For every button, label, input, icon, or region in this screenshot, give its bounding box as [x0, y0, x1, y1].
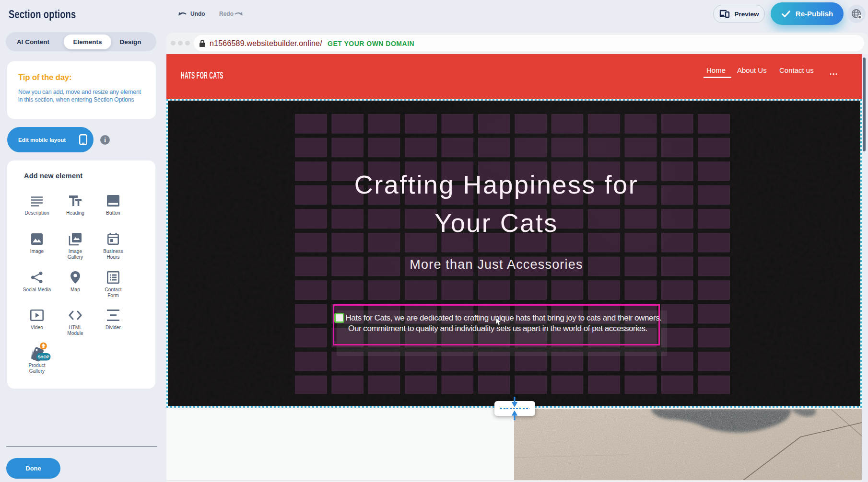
svg-text:SHOP: SHOP	[38, 355, 49, 359]
